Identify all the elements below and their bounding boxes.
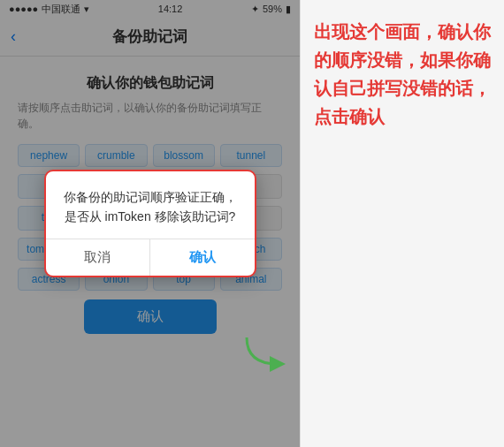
annotation-text: 出现这个画面，确认你的顺序没错，如果你确认自己拼写没错的话，点击确认 (314, 18, 491, 131)
dialog-message: 你备份的助记词顺序验证正确，是否从 imToken 移除该助记词? (64, 190, 237, 224)
dialog-ok-button[interactable]: 确认 (150, 239, 255, 276)
dialog: 你备份的助记词顺序验证正确，是否从 imToken 移除该助记词? 取消 确认 (44, 170, 256, 278)
dialog-cancel-button[interactable]: 取消 (46, 239, 151, 276)
phone-container: ●●●●● 中国联通 ▾ 14:12 ✦ 59% ▮ ‹ 备份助记词 确认你的钱… (0, 0, 301, 447)
dialog-actions: 取消 确认 (46, 239, 255, 276)
arrow-icon (238, 329, 291, 373)
dialog-overlay: 你备份的助记词顺序验证正确，是否从 imToken 移除该助记词? 取消 确认 (0, 0, 300, 447)
dialog-body: 你备份的助记词顺序验证正确，是否从 imToken 移除该助记词? (46, 171, 255, 239)
arrow-container (238, 329, 291, 376)
annotation-panel: 出现这个画面，确认你的顺序没错，如果你确认自己拼写没错的话，点击确认 (301, 0, 504, 447)
